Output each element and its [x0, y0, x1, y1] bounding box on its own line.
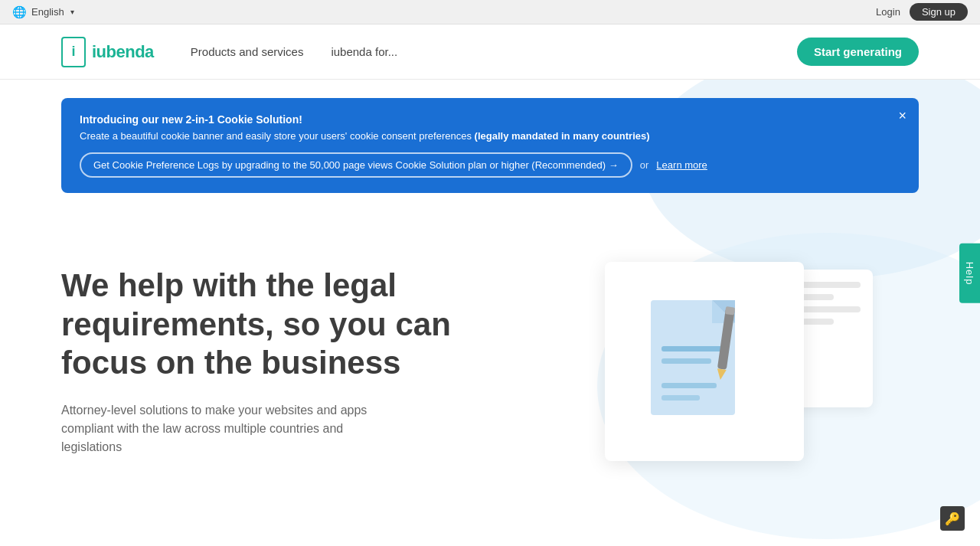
banner-actions: Get Cookie Preference Logs by upgrading … — [80, 152, 900, 178]
hero-section: We help with the legal requirements, so … — [0, 193, 980, 515]
banner-description: Create a beautiful cookie banner and eas… — [80, 130, 900, 142]
document-card-main — [605, 262, 804, 461]
logo-text: iubenda — [92, 42, 154, 62]
banner-cta-button[interactable]: Get Cookie Preference Logs by upgrading … — [80, 152, 632, 178]
top-bar-auth: Login Sign up — [876, 3, 968, 21]
products-link[interactable]: Products and services — [191, 45, 304, 58]
logo-icon — [61, 37, 86, 67]
cookie-banner: × Introducing our new 2-in-1 Cookie Solu… — [61, 98, 919, 193]
banner-desc-bold: (legally mandated in many countries) — [475, 130, 650, 142]
nav-links: Products and services iubenda for... — [191, 45, 397, 58]
banner-learn-more-link[interactable]: Learn more — [656, 159, 707, 171]
hero-text: We help with the legal requirements, so … — [61, 266, 459, 456]
svg-rect-6 — [662, 395, 700, 401]
logo-link[interactable]: iubenda — [61, 37, 154, 67]
chevron-down-icon: ▾ — [70, 8, 74, 16]
start-generating-button[interactable]: Start generating — [797, 38, 919, 66]
globe-icon: 🌐 — [12, 5, 27, 19]
banner-desc-normal: Create a beautiful cookie banner and eas… — [80, 130, 475, 142]
main-content: × Introducing our new 2-in-1 Cookie Solu… — [0, 80, 980, 546]
help-button[interactable]: Help — [959, 243, 980, 303]
hero-visual — [490, 239, 919, 484]
iubenda-for-link[interactable]: iubenda for... — [331, 45, 397, 58]
svg-rect-5 — [662, 383, 717, 388]
hero-title: We help with the legal requirements, so … — [61, 266, 459, 382]
svg-rect-9 — [725, 306, 735, 316]
hero-subtitle: Attorney-level solutions to make your we… — [61, 401, 398, 456]
banner-or-label: or — [640, 159, 649, 171]
signup-button[interactable]: Sign up — [910, 3, 968, 21]
banner-close-button[interactable]: × — [898, 109, 906, 123]
svg-rect-4 — [662, 358, 711, 364]
key-icon[interactable]: 🔑 — [940, 506, 965, 531]
svg-rect-3 — [662, 346, 723, 351]
login-link[interactable]: Login — [876, 6, 900, 18]
top-bar: 🌐 English ▾ Login Sign up — [0, 0, 980, 25]
main-nav: iubenda Products and services iubenda fo… — [0, 25, 980, 80]
language-selector[interactable]: 🌐 English ▾ — [12, 5, 74, 19]
document-illustration — [643, 285, 766, 438]
banner-title: Introducing our new 2-in-1 Cookie Soluti… — [80, 113, 900, 126]
language-label: English — [31, 6, 64, 18]
